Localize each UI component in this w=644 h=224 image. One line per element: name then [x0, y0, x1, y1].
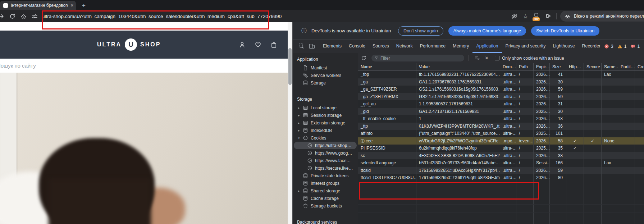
cookie-row-ga[interactable]: _gaGA1.1.2070676033.1761569831.ultra…/20… [358, 78, 644, 86]
cart-bag-icon[interactable] [270, 41, 277, 48]
wishlist-heart-icon[interactable] [255, 41, 261, 48]
close-icon[interactable]: ✕ [485, 55, 489, 61]
only-issues-checkbox[interactable] [495, 56, 499, 60]
column-header-path[interactable]: Path [516, 63, 534, 71]
sidebar-item-session-storage[interactable]: ▸Session storage [294, 111, 357, 119]
forward-icon[interactable] [0, 13, 4, 19]
scrollbar-thumb[interactable] [288, 48, 292, 85]
cookie-row-ttp[interactable]: _ttp01K8JVWZP4H3P9VBMTCRM20WKR_.tt.1.ult… [358, 123, 644, 130]
window-minimize-button[interactable]: — [547, 1, 551, 6]
tab-application[interactable]: Application [472, 40, 502, 53]
empty-cell [618, 220, 635, 224]
cookie-row-tt-enable-cookie[interactable]: _tt_enable_cookie1.ultra…/2026…18 [358, 115, 644, 123]
cookie-row-selectedlanguage[interactable]: selectedLanguageb531cf2f80b7e09733e960bd… [358, 159, 644, 167]
sidebar-item-service-workers[interactable]: Service workers [294, 72, 357, 79]
shop-logo[interactable]: ULTRA U SHOP [97, 31, 161, 59]
chevron-down-icon[interactable]: ▾ [298, 136, 303, 140]
cookie-path: /even… [516, 137, 534, 145]
tab-memory[interactable]: Memory [449, 40, 472, 53]
refresh-cookies-icon[interactable] [361, 55, 366, 61]
sidebar-item-https-www-goog[interactable]: https://www.goog… [294, 149, 357, 157]
sidebar-item-manifest[interactable]: Manifest [294, 64, 357, 72]
cookie-partition [618, 86, 635, 93]
cookie-row-cee[interactable]: ⓘceewVDrphGR2jLZ%2FWOGzyniinI3EmCRc….mpc… [358, 137, 644, 145]
column-header-value[interactable]: Value [416, 63, 500, 71]
cookie-row-gid[interactable]: _gidGA1.2.471371921.1761569831.ultra…/20… [358, 108, 644, 115]
column-header-partit[interactable]: Partit… [618, 63, 635, 71]
column-header-same[interactable]: Same… [602, 63, 618, 71]
tab-privacy-and-security[interactable]: Privacy and security [502, 40, 549, 53]
sidebar-item-local-storage[interactable]: ▸Local storage [294, 104, 357, 111]
account-icon[interactable] [239, 41, 246, 48]
chevron-right-icon[interactable]: ▸ [298, 129, 303, 132]
tab-network[interactable]: Network [393, 40, 416, 53]
eye-off-icon[interactable] [511, 13, 517, 19]
extension-button[interactable]: 302 [534, 12, 540, 20]
new-tab-button[interactable]: + [80, 2, 88, 10]
sidebar-item-indexeddb[interactable]: ▸IndexedDB [294, 127, 357, 134]
device-toolbar-icon[interactable] [309, 43, 315, 49]
sidebar-item-https-secure-live[interactable]: https://secure.live… [294, 164, 357, 172]
toolbar-separator2 [469, 55, 469, 61]
empty-cell [358, 212, 416, 220]
tab-lighthouse[interactable]: Lighthouse [549, 40, 578, 53]
chevron-right-icon[interactable]: ▸ [298, 114, 303, 117]
cookie-row-gcl-au[interactable]: _gcl_au1.1.995360537.1761569831.ultra…/2… [358, 100, 644, 108]
cookie-row-affinfo[interactable]: affInfo{"utm_campaign":"103440","utm_sou… [358, 130, 644, 137]
sidebar-item-extension-storage[interactable]: ▸Extension storage [294, 119, 357, 127]
url-bar[interactable]: ultra-shop.com/ua?utm_campaign=103440&ut… [38, 10, 511, 22]
sidebar-item-storage-buckets[interactable]: Storage buckets [294, 202, 357, 210]
cookie-row-ga-szft49z5er[interactable]: _ga_SZFT49Z5ERGS2.1.s1761569831$o1$g0$t1… [358, 86, 644, 93]
cookie-row-ttcsid[interactable]: ttcsid1761569832651::uDAco5HgXhfY317pb4…… [358, 167, 644, 174]
sidebar-item-storage[interactable]: Storage [294, 79, 357, 87]
cookie-name: ttcsid_D33TPS3C77U0B8U… [358, 174, 416, 182]
tab-sources[interactable]: Sources [369, 40, 393, 53]
cookie-row-ttcsid-d33tps3c77u0b8u[interactable]: ttcsid_D33TPS3C77U0B8U…1761569832650::zX… [358, 174, 644, 182]
sidebar-item-interest-groups[interactable]: Interest groups [294, 179, 357, 187]
puzzle-extensions-icon[interactable] [545, 13, 551, 19]
tab-console[interactable]: Console [345, 40, 369, 53]
filter-input[interactable]: Filter [371, 55, 464, 61]
column-header-name[interactable]: Name [358, 63, 416, 71]
clear-filter-icon[interactable] [475, 55, 480, 61]
column-header-size[interactable]: Size [550, 63, 566, 71]
column-header-expir[interactable]: Expir… [534, 63, 550, 71]
chevron-right-icon[interactable]: ▸ [298, 121, 303, 125]
sidebar-item-cookies[interactable]: ▾Cookies [294, 134, 357, 142]
refresh-icon[interactable] [9, 13, 15, 19]
sidebar-item-shared-storage[interactable]: ▸Shared storage [294, 187, 357, 195]
sidebar-item-https-ultra-shop[interactable]: https://ultra-shop… [294, 142, 357, 149]
issues-icon[interactable] [630, 44, 635, 49]
sidebar-item-private-state-tokens[interactable]: Private state tokens [294, 172, 357, 179]
sidebar-item-https-www-face[interactable]: https://www.face… [294, 157, 357, 164]
tab-elements[interactable]: Elements [319, 40, 345, 53]
tab-close-icon[interactable]: ✕ [70, 3, 74, 8]
tab-recorder[interactable]: Recorder [579, 40, 604, 53]
cookie-row-ga-z18hty0rmx[interactable]: _ga_Z18HTY0RMXGS2.1.s1761569832$o1$g0$t1… [358, 93, 644, 101]
home-icon[interactable] [20, 13, 27, 19]
warning-icon[interactable] [617, 44, 622, 49]
page-scrollbar[interactable] [288, 22, 292, 224]
sidebar-item-cache-storage[interactable]: Cache storage [294, 195, 357, 202]
cookie-row-phpsessid[interactable]: PHPSESSID6u2kfmmqhdiqq8ki76feh48fopultra… [358, 145, 644, 152]
inspect-element-icon[interactable] [298, 43, 305, 49]
chevron-right-icon[interactable]: ▸ [298, 189, 303, 193]
cookie-name: _gid [358, 108, 416, 115]
browser-tab[interactable]: Інтернет-магазин брендового ✕ [0, 1, 76, 10]
site-search-input[interactable]: Пошук по сайту [0, 59, 288, 73]
sidebar-item-label: Extension storage [311, 120, 345, 125]
error-icon[interactable] [604, 44, 609, 49]
chevron-right-icon[interactable]: ▸ [298, 106, 303, 110]
always-match-language-button[interactable]: Always match Chrome's language [448, 26, 526, 36]
bookmark-star-icon[interactable]: ☆ [522, 13, 529, 19]
tab-performance[interactable]: Performance [416, 40, 449, 53]
switch-to-ukrainian-button[interactable]: Switch DevTools to Ukrainian [531, 26, 599, 36]
column-header-secure[interactable]: Secure [584, 63, 602, 71]
column-header-dom[interactable]: Dom… [500, 63, 516, 71]
site-settings-icon[interactable] [32, 13, 38, 19]
cookie-row-fbp[interactable]: _fbpfb.1.1761569832231.771676225230904….… [358, 71, 644, 78]
cookie-row-sc[interactable]: sc4E3C42E8-3B38-82DA-6098-A6C57E5E2….ult… [358, 152, 644, 160]
dont-show-again-button[interactable]: Don't show again [398, 26, 443, 36]
column-header-cross[interactable]: Cross [635, 63, 644, 71]
column-header-http[interactable]: Http… [566, 63, 584, 71]
